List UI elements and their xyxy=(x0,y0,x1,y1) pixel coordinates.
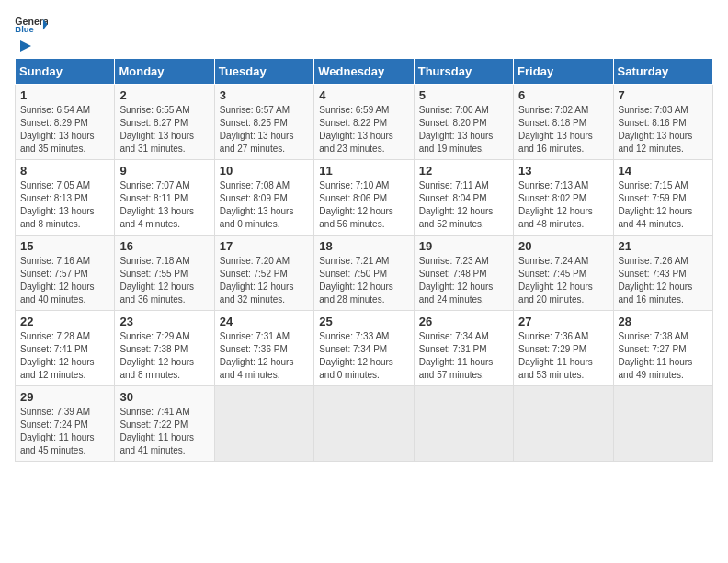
calendar-cell: 20Sunrise: 7:24 AM Sunset: 7:45 PM Dayli… xyxy=(514,236,613,311)
day-info: Sunrise: 7:08 AM Sunset: 8:09 PM Dayligh… xyxy=(220,179,309,231)
logo-arrow-icon xyxy=(17,38,33,54)
logo-icon: General Blue xyxy=(15,15,48,33)
day-number: 8 xyxy=(20,164,109,178)
calendar-cell xyxy=(214,386,313,462)
day-info: Sunrise: 7:02 AM Sunset: 8:18 PM Dayligh… xyxy=(518,104,608,155)
svg-text:Blue: Blue xyxy=(15,24,33,33)
day-number: 29 xyxy=(20,390,109,404)
day-number: 7 xyxy=(619,88,708,102)
day-info: Sunrise: 7:23 AM Sunset: 7:48 PM Dayligh… xyxy=(419,255,508,306)
day-number: 23 xyxy=(119,315,209,328)
day-info: Sunrise: 7:26 AM Sunset: 7:43 PM Dayligh… xyxy=(619,255,708,306)
day-info: Sunrise: 7:39 AM Sunset: 7:24 PM Dayligh… xyxy=(20,406,109,457)
day-number: 28 xyxy=(619,315,708,328)
calendar-cell: 12Sunrise: 7:11 AM Sunset: 8:04 PM Dayli… xyxy=(414,160,513,236)
day-info: Sunrise: 6:59 AM Sunset: 8:22 PM Dayligh… xyxy=(319,104,408,155)
calendar-header: SundayMondayTuesdayWednesdayThursdayFrid… xyxy=(16,59,713,85)
day-number: 9 xyxy=(119,164,209,178)
calendar-cell: 5Sunrise: 7:00 AM Sunset: 8:20 PM Daylig… xyxy=(414,85,513,160)
day-info: Sunrise: 6:55 AM Sunset: 8:27 PM Dayligh… xyxy=(119,104,209,155)
calendar-cell: 11Sunrise: 7:10 AM Sunset: 8:06 PM Dayli… xyxy=(314,160,414,236)
day-number: 25 xyxy=(319,315,408,328)
day-info: Sunrise: 7:10 AM Sunset: 8:06 PM Dayligh… xyxy=(319,179,408,231)
calendar-cell: 7Sunrise: 7:03 AM Sunset: 8:16 PM Daylig… xyxy=(613,85,712,160)
day-info: Sunrise: 7:18 AM Sunset: 7:55 PM Dayligh… xyxy=(119,255,209,306)
day-number: 12 xyxy=(419,164,508,178)
day-info: Sunrise: 7:16 AM Sunset: 7:57 PM Dayligh… xyxy=(20,255,109,306)
calendar-cell: 6Sunrise: 7:02 AM Sunset: 8:18 PM Daylig… xyxy=(514,85,613,160)
weekday-header-wednesday: Wednesday xyxy=(314,59,414,85)
day-info: Sunrise: 7:28 AM Sunset: 7:41 PM Dayligh… xyxy=(20,330,109,382)
calendar-cell xyxy=(414,386,513,462)
weekday-header-tuesday: Tuesday xyxy=(214,59,313,85)
day-number: 4 xyxy=(319,88,408,102)
calendar-cell xyxy=(314,386,414,462)
weekday-header-friday: Friday xyxy=(514,59,613,85)
weekday-header-monday: Monday xyxy=(115,59,214,85)
calendar-cell: 16Sunrise: 7:18 AM Sunset: 7:55 PM Dayli… xyxy=(115,236,214,311)
calendar-cell: 15Sunrise: 7:16 AM Sunset: 7:57 PM Dayli… xyxy=(16,236,115,311)
weekday-header-sunday: Sunday xyxy=(16,59,115,85)
day-number: 3 xyxy=(220,88,309,102)
calendar-cell: 3Sunrise: 6:57 AM Sunset: 8:25 PM Daylig… xyxy=(214,85,313,160)
day-info: Sunrise: 7:34 AM Sunset: 7:31 PM Dayligh… xyxy=(419,330,508,382)
calendar-cell: 27Sunrise: 7:36 AM Sunset: 7:29 PM Dayli… xyxy=(514,311,613,386)
calendar-cell xyxy=(514,386,613,462)
day-info: Sunrise: 7:15 AM Sunset: 7:59 PM Dayligh… xyxy=(619,179,708,231)
calendar-cell: 21Sunrise: 7:26 AM Sunset: 7:43 PM Dayli… xyxy=(613,236,712,311)
day-number: 26 xyxy=(419,315,508,328)
weekday-row: SundayMondayTuesdayWednesdayThursdayFrid… xyxy=(16,59,713,85)
week-row-1: 1Sunrise: 6:54 AM Sunset: 8:29 PM Daylig… xyxy=(16,85,713,160)
day-number: 14 xyxy=(619,164,708,178)
day-info: Sunrise: 7:38 AM Sunset: 7:27 PM Dayligh… xyxy=(619,330,708,382)
day-info: Sunrise: 7:33 AM Sunset: 7:34 PM Dayligh… xyxy=(319,330,408,382)
day-number: 5 xyxy=(419,88,508,102)
day-number: 22 xyxy=(20,315,109,328)
day-number: 6 xyxy=(518,88,608,102)
day-info: Sunrise: 6:57 AM Sunset: 8:25 PM Dayligh… xyxy=(220,104,309,155)
day-number: 2 xyxy=(119,88,209,102)
calendar-cell: 28Sunrise: 7:38 AM Sunset: 7:27 PM Dayli… xyxy=(613,311,712,386)
week-row-4: 22Sunrise: 7:28 AM Sunset: 7:41 PM Dayli… xyxy=(16,311,713,386)
day-number: 30 xyxy=(119,390,209,404)
day-number: 27 xyxy=(518,315,608,328)
calendar-cell: 8Sunrise: 7:05 AM Sunset: 8:13 PM Daylig… xyxy=(16,160,115,236)
calendar-cell: 18Sunrise: 7:21 AM Sunset: 7:50 PM Dayli… xyxy=(314,236,414,311)
weekday-header-saturday: Saturday xyxy=(613,59,712,85)
day-info: Sunrise: 7:41 AM Sunset: 7:22 PM Dayligh… xyxy=(119,406,209,457)
header: General Blue xyxy=(15,15,713,54)
day-number: 18 xyxy=(319,239,408,253)
week-row-2: 8Sunrise: 7:05 AM Sunset: 8:13 PM Daylig… xyxy=(16,160,713,236)
calendar-cell: 22Sunrise: 7:28 AM Sunset: 7:41 PM Dayli… xyxy=(16,311,115,386)
calendar-body: 1Sunrise: 6:54 AM Sunset: 8:29 PM Daylig… xyxy=(16,85,713,462)
day-number: 19 xyxy=(419,239,508,253)
day-number: 15 xyxy=(20,239,109,253)
calendar-cell: 30Sunrise: 7:41 AM Sunset: 7:22 PM Dayli… xyxy=(115,386,214,462)
calendar-cell: 17Sunrise: 7:20 AM Sunset: 7:52 PM Dayli… xyxy=(214,236,313,311)
calendar-cell: 13Sunrise: 7:13 AM Sunset: 8:02 PM Dayli… xyxy=(514,160,613,236)
day-info: Sunrise: 6:54 AM Sunset: 8:29 PM Dayligh… xyxy=(20,104,109,155)
calendar-cell: 26Sunrise: 7:34 AM Sunset: 7:31 PM Dayli… xyxy=(414,311,513,386)
week-row-5: 29Sunrise: 7:39 AM Sunset: 7:24 PM Dayli… xyxy=(16,386,713,462)
day-number: 17 xyxy=(220,239,309,253)
day-info: Sunrise: 7:11 AM Sunset: 8:04 PM Dayligh… xyxy=(419,179,508,231)
svg-marker-3 xyxy=(20,40,31,52)
day-number: 10 xyxy=(220,164,309,178)
calendar-cell: 4Sunrise: 6:59 AM Sunset: 8:22 PM Daylig… xyxy=(314,85,414,160)
day-info: Sunrise: 7:00 AM Sunset: 8:20 PM Dayligh… xyxy=(419,104,508,155)
calendar-cell: 2Sunrise: 6:55 AM Sunset: 8:27 PM Daylig… xyxy=(115,85,214,160)
calendar-cell: 1Sunrise: 6:54 AM Sunset: 8:29 PM Daylig… xyxy=(16,85,115,160)
day-info: Sunrise: 7:36 AM Sunset: 7:29 PM Dayligh… xyxy=(518,330,608,382)
calendar-cell: 29Sunrise: 7:39 AM Sunset: 7:24 PM Dayli… xyxy=(16,386,115,462)
day-info: Sunrise: 7:13 AM Sunset: 8:02 PM Dayligh… xyxy=(518,179,608,231)
day-number: 1 xyxy=(20,88,109,102)
day-info: Sunrise: 7:05 AM Sunset: 8:13 PM Dayligh… xyxy=(20,179,109,231)
week-row-3: 15Sunrise: 7:16 AM Sunset: 7:57 PM Dayli… xyxy=(16,236,713,311)
calendar-cell: 10Sunrise: 7:08 AM Sunset: 8:09 PM Dayli… xyxy=(214,160,313,236)
day-number: 13 xyxy=(518,164,608,178)
day-number: 21 xyxy=(619,239,708,253)
day-info: Sunrise: 7:31 AM Sunset: 7:36 PM Dayligh… xyxy=(220,330,309,382)
day-info: Sunrise: 7:07 AM Sunset: 8:11 PM Dayligh… xyxy=(119,179,209,231)
day-info: Sunrise: 7:20 AM Sunset: 7:52 PM Dayligh… xyxy=(220,255,309,306)
day-info: Sunrise: 7:24 AM Sunset: 7:45 PM Dayligh… xyxy=(518,255,608,306)
